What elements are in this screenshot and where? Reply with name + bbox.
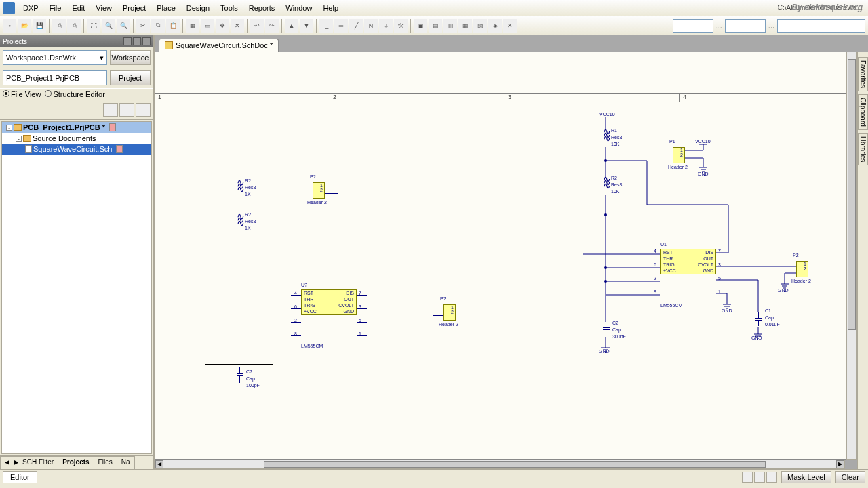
rail-libraries[interactable]: Libraries (858, 133, 868, 165)
filter-ellipsis-2[interactable]: ... (767, 22, 776, 30)
rail-clipboard[interactable]: Clipboard (858, 94, 868, 130)
place-wire-icon[interactable]: ⎯ (319, 19, 333, 33)
component-header-p2[interactable]: 1 2 (796, 261, 808, 277)
scroll-left-icon[interactable]: ◀ (155, 460, 163, 468)
zoom-fit-icon[interactable]: ⛶ (87, 19, 100, 33)
panel-close-icon[interactable] (142, 37, 151, 45)
filter-combo-1[interactable] (673, 19, 713, 33)
tab-navigator[interactable]: Na (117, 456, 135, 469)
panel-menu-icon[interactable] (123, 37, 132, 45)
mask-level-button[interactable]: Mask Level (781, 471, 831, 483)
filter-combo-2[interactable] (725, 19, 766, 33)
panel-options-icon[interactable] (103, 103, 118, 117)
document-tab[interactable]: SquareWaveCircuit.SchDoc * (159, 39, 279, 52)
menu-window[interactable]: Window (280, 2, 317, 14)
component-resistor[interactable]: ∿∿∿ (237, 181, 243, 191)
workspace-button[interactable]: Workspace (110, 50, 151, 65)
undo-icon[interactable]: ↶ (250, 19, 264, 33)
move-icon[interactable]: ✥ (216, 19, 229, 33)
place-part-icon[interactable]: ▣ (414, 19, 427, 33)
place-port-icon[interactable]: ◈ (488, 19, 502, 33)
tree-schematic-node[interactable]: SquareWaveCircuit.Sch (2, 144, 151, 155)
filter-combo-3[interactable] (777, 19, 865, 33)
project-button[interactable]: Project (110, 70, 151, 85)
collapse-icon[interactable]: - (16, 136, 22, 142)
component-capacitor-c1[interactable] (755, 312, 762, 326)
menu-edit[interactable]: Edit (66, 2, 90, 14)
filter-ellipsis-1[interactable]: ... (715, 22, 724, 30)
save-icon[interactable]: 💾 (33, 19, 46, 33)
scroll-right-icon[interactable]: ▶ (836, 460, 844, 468)
menu-place[interactable]: Place (151, 2, 181, 14)
component-resistor[interactable]: ∿∿∿ (237, 215, 243, 225)
tab-files[interactable]: Files (94, 456, 117, 469)
menu-view[interactable]: View (90, 2, 117, 14)
panel-refresh-icon[interactable] (119, 103, 134, 117)
tab-projects[interactable]: Projects (58, 456, 94, 469)
horizontal-scrollbar[interactable]: ◀ ▶ (155, 460, 845, 469)
component-capacitor-c2[interactable] (603, 322, 610, 336)
clear-button[interactable]: Clear (835, 471, 865, 483)
menu-design[interactable]: Design (181, 2, 215, 14)
project-field[interactable]: PCB_Project1.PrjPCB (3, 70, 107, 85)
redo-icon[interactable]: ↷ (265, 19, 279, 33)
panel-arrange-icon[interactable] (136, 103, 151, 117)
mask-icon-2[interactable] (754, 472, 765, 483)
place-sheet-entry-icon[interactable]: ▥ (443, 19, 457, 33)
scroll-thumb[interactable] (264, 461, 766, 468)
scroll-thumb[interactable] (848, 59, 856, 330)
place-gnd-icon[interactable]: ⏚ (379, 19, 393, 33)
hierarchy-down-icon[interactable]: ▼ (300, 19, 313, 33)
cut-icon[interactable]: ✂ (136, 19, 150, 33)
select-icon[interactable]: ▭ (201, 19, 214, 33)
rubber-stamp-icon[interactable]: ▦ (186, 19, 199, 33)
place-netlabel-icon[interactable]: N (364, 19, 378, 33)
component-ic-u1[interactable]: RSTDIS THROUT TRIGCVOLT +VCCGND (660, 249, 716, 274)
component-header[interactable]: 1 2 (313, 182, 325, 199)
menu-reports[interactable]: Reports (243, 2, 281, 14)
tree-project-node[interactable]: - PCB_Project1.PrjPCB * (2, 122, 151, 133)
structure-editor-radio[interactable]: Structure Editor (45, 90, 104, 98)
new-file-icon[interactable]: ▫ (3, 19, 16, 33)
mask-icon-1[interactable] (742, 472, 753, 483)
workspace-combo[interactable]: Workspace1.DsnWrk▾ (3, 50, 107, 65)
menu-project[interactable]: Project (117, 2, 151, 14)
menu-help[interactable]: Help (317, 2, 344, 14)
print-icon[interactable]: ⎙ (52, 19, 66, 33)
tab-scroll-right[interactable]: ▶ (9, 456, 18, 469)
component-resistor-r2[interactable]: ∿∿∿ (603, 178, 609, 188)
place-vcc-icon[interactable]: ⏧ (394, 19, 408, 33)
hierarchy-up-icon[interactable]: ▲ (285, 19, 298, 33)
copy-icon[interactable]: ⧉ (151, 19, 165, 33)
paste-icon[interactable]: 📋 (166, 19, 180, 33)
component-resistor-r1[interactable]: ∿∿∿ (603, 130, 609, 140)
place-no-erc-icon[interactable]: ✕ (503, 19, 517, 33)
file-view-radio[interactable]: File View (3, 90, 41, 98)
panel-pin-icon[interactable] (133, 37, 141, 45)
status-editor-tab[interactable]: Editor (3, 471, 37, 483)
menu-tools[interactable]: Tools (215, 2, 243, 14)
rail-favorites[interactable]: Favorites (858, 57, 868, 92)
schematic-canvas[interactable]: 1 2 3 4 ∿∿∿ R? Res3 1K ∿∿∿ R? Res3 1K (155, 52, 856, 460)
component-capacitor-placing[interactable] (237, 367, 243, 383)
place-bus-entry-icon[interactable]: ╱ (349, 19, 363, 33)
deselect-icon[interactable]: ✕ (231, 19, 244, 33)
tree-source-docs-node[interactable]: - Source Documents (2, 133, 151, 144)
component-ic-555[interactable]: RSTDIS THROUT TRIGCVOLT +VCCGND (301, 289, 357, 315)
vertical-scrollbar[interactable] (846, 52, 857, 460)
component-header-p1[interactable]: 1 2 (673, 147, 685, 163)
tab-scroll-left[interactable]: ◀ (0, 456, 9, 469)
place-harness-icon[interactable]: ▧ (473, 19, 487, 33)
place-device-sheet-icon[interactable]: ▦ (458, 19, 472, 33)
mask-icon-3[interactable] (766, 472, 777, 483)
component-header[interactable]: 1 2 (443, 304, 456, 321)
menu-file[interactable]: File (44, 2, 67, 14)
zoom-area-icon[interactable]: 🔍 (102, 19, 115, 33)
collapse-icon[interactable]: - (6, 125, 12, 131)
tab-sch-filter[interactable]: SCH Filter (18, 456, 58, 469)
place-bus-icon[interactable]: ═ (334, 19, 348, 33)
zoom-selected-icon[interactable]: 🔍 (117, 19, 130, 33)
print-preview-icon[interactable]: ⎙ (67, 19, 81, 33)
menu-dxp[interactable]: DXP (18, 2, 44, 14)
project-tree[interactable]: - PCB_Project1.PrjPCB * - Source Documen… (1, 121, 152, 454)
